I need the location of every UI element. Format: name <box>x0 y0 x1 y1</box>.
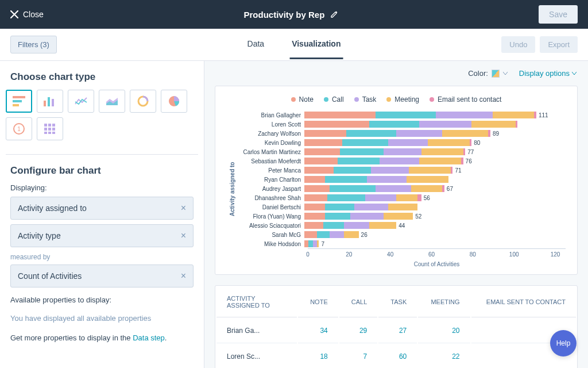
bar-segment[interactable] <box>396 130 442 137</box>
bar-segment[interactable] <box>380 158 419 164</box>
tab-data[interactable]: Data <box>245 30 267 59</box>
legend-item[interactable]: Task <box>354 95 377 103</box>
remove-icon[interactable]: × <box>181 231 186 241</box>
table-row[interactable]: Brian Ga...34292720 <box>216 319 576 343</box>
tab-visualization[interactable]: Visualization <box>289 30 343 59</box>
chart-type-table[interactable] <box>37 117 63 140</box>
legend-item[interactable]: Meeting <box>386 95 419 103</box>
bar-segment[interactable] <box>304 194 327 201</box>
table-header[interactable]: MEETING <box>418 287 470 317</box>
bar-segment[interactable] <box>376 112 436 118</box>
table-header[interactable]: ACTIVITY ASSIGNED TO <box>216 287 297 317</box>
filters-button[interactable]: Filters (3) <box>10 36 57 53</box>
bar-segment[interactable] <box>334 167 372 174</box>
bar-segment[interactable] <box>451 167 453 174</box>
bar-segment[interactable] <box>471 121 515 128</box>
bar-segment[interactable] <box>344 222 369 229</box>
bar-segment[interactable] <box>304 112 376 118</box>
bar-segment[interactable] <box>327 194 365 201</box>
remove-icon[interactable]: × <box>181 203 186 213</box>
bar-segment[interactable] <box>304 231 317 238</box>
table-header[interactable]: TASK <box>378 287 417 317</box>
bar-segment[interactable] <box>367 176 407 183</box>
chart-type-donut[interactable] <box>130 90 156 113</box>
bar-segment[interactable] <box>325 204 354 210</box>
bar-segment[interactable] <box>442 130 488 137</box>
bar-segment[interactable] <box>317 231 330 238</box>
bar-segment[interactable] <box>419 158 461 164</box>
table-header[interactable]: CALL <box>339 287 378 317</box>
bar-segment[interactable] <box>463 148 466 155</box>
bar-segment[interactable] <box>325 213 350 220</box>
bar-segment[interactable] <box>436 112 492 118</box>
bar-segment[interactable] <box>470 139 472 146</box>
chart-type-vbar[interactable] <box>37 90 63 113</box>
bar-segment[interactable] <box>330 185 376 192</box>
bar-segment[interactable] <box>342 139 388 146</box>
bar-segment[interactable] <box>330 231 344 238</box>
legend-item[interactable]: Email sent to contact <box>430 95 501 103</box>
bar-segment[interactable] <box>411 185 443 192</box>
bar-segment[interactable] <box>371 167 409 174</box>
bar-segment[interactable] <box>304 222 323 229</box>
bar-segment[interactable] <box>488 130 490 137</box>
bar-segment[interactable] <box>313 240 317 247</box>
bar-segment[interactable] <box>346 130 396 137</box>
bar-segment[interactable] <box>421 148 463 155</box>
bar-segment[interactable] <box>419 121 471 128</box>
bar-segment[interactable] <box>323 222 344 229</box>
bar-segment[interactable] <box>365 194 397 201</box>
chart-type-summary[interactable]: 1 <box>6 117 32 140</box>
bar-segment[interactable] <box>493 112 535 118</box>
dimension-chip[interactable]: Activity assigned to× <box>10 197 194 220</box>
edit-icon[interactable] <box>330 10 338 18</box>
bar-segment[interactable] <box>461 158 463 164</box>
bar-segment[interactable] <box>304 148 340 155</box>
bar-segment[interactable] <box>409 167 451 174</box>
bar-segment[interactable] <box>304 121 369 128</box>
bar-segment[interactable] <box>304 167 334 174</box>
table-header[interactable]: NOTE <box>298 287 338 317</box>
bar-segment[interactable] <box>304 240 308 247</box>
bar-segment[interactable] <box>308 240 312 247</box>
data-step-link[interactable]: Data step <box>133 334 165 342</box>
bar-segment[interactable] <box>304 130 346 137</box>
chart-type-hbar[interactable] <box>6 90 32 113</box>
bar-segment[interactable] <box>442 185 444 192</box>
table-header[interactable]: EMAIL SENT TO CONTACT <box>471 287 577 317</box>
bar-segment[interactable] <box>317 240 319 247</box>
bar-segment[interactable] <box>304 139 342 146</box>
legend-item[interactable]: Note <box>291 95 314 103</box>
bar-segment[interactable] <box>407 176 448 183</box>
measure-chip[interactable]: Count of Activities × <box>10 264 194 288</box>
remove-icon[interactable]: × <box>181 271 186 281</box>
bar-segment[interactable] <box>304 176 325 183</box>
bar-segment[interactable] <box>369 222 396 229</box>
chart-type-area[interactable] <box>99 90 125 113</box>
export-button[interactable]: Export <box>540 36 578 53</box>
color-picker[interactable]: Color: <box>468 69 508 78</box>
bar-segment[interactable] <box>304 185 330 192</box>
bar-segment[interactable] <box>325 176 367 183</box>
bar-segment[interactable] <box>516 121 518 128</box>
bar-segment[interactable] <box>340 148 384 155</box>
undo-button[interactable]: Undo <box>501 36 535 53</box>
bar-segment[interactable] <box>344 231 358 238</box>
bar-segment[interactable] <box>384 213 413 220</box>
close-button[interactable]: Close <box>10 10 44 19</box>
bar-segment[interactable] <box>338 158 380 164</box>
bar-segment[interactable] <box>376 185 411 192</box>
save-button[interactable]: Save <box>539 5 578 24</box>
bar-segment[interactable] <box>304 213 325 220</box>
bar-segment[interactable] <box>428 139 470 146</box>
bar-segment[interactable] <box>384 148 421 155</box>
bar-segment[interactable] <box>304 158 338 164</box>
bar-segment[interactable] <box>417 194 421 201</box>
bar-segment[interactable] <box>354 204 388 210</box>
bar-segment[interactable] <box>534 112 536 118</box>
legend-item[interactable]: Call <box>324 95 344 103</box>
bar-segment[interactable] <box>396 194 417 201</box>
help-button[interactable]: Help <box>550 330 577 356</box>
display-options-button[interactable]: Display options <box>519 69 577 78</box>
bar-segment[interactable] <box>388 139 428 146</box>
